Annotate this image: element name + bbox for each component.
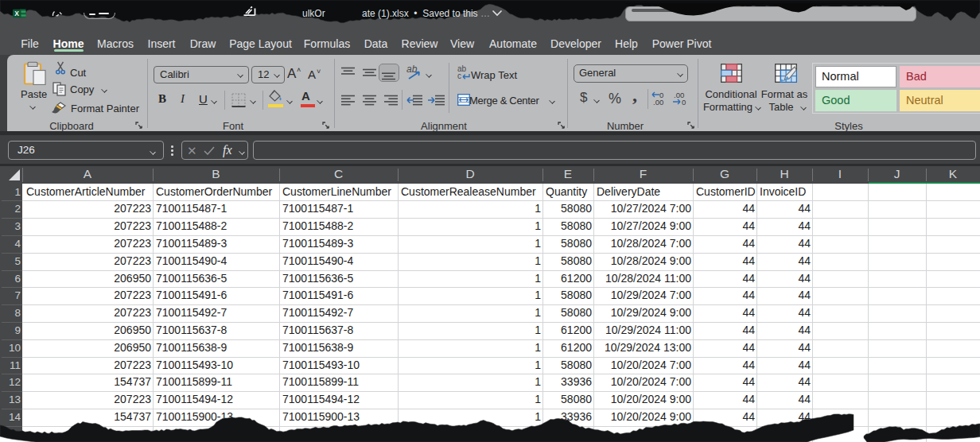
svg-text:X: X <box>14 10 19 17</box>
